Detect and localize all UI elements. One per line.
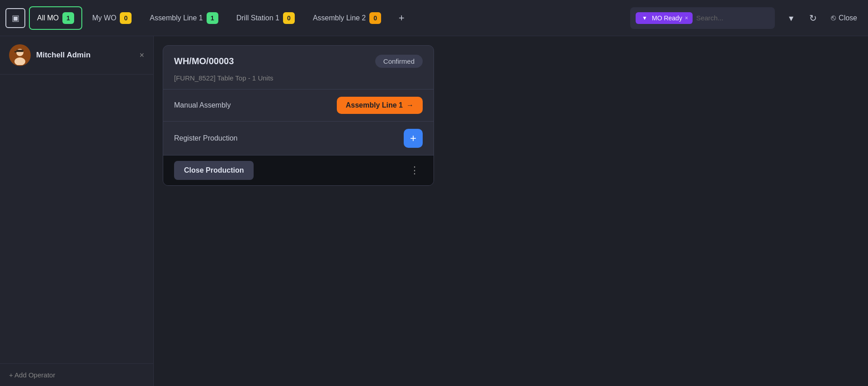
close-door-icon: ⎋ xyxy=(831,13,836,23)
register-row: Register Production + xyxy=(163,122,434,155)
svg-rect-4 xyxy=(14,51,17,52)
refresh-icon: ↻ xyxy=(809,13,817,24)
filter-tag[interactable]: ▼ MO Ready × xyxy=(636,12,693,24)
main-area: Mitchell Admin × + Add Operator WH/MO/00… xyxy=(0,36,868,386)
content-panel: WH/MO/00003 Confirmed [FURN_8522] Table … xyxy=(154,36,868,386)
tab-label-drill-station-1: Drill Station 1 xyxy=(236,14,279,22)
status-badge: Confirmed xyxy=(375,55,423,68)
tab-label-my-wo: My WO xyxy=(92,14,116,22)
tab-badge-assembly-line-1: 1 xyxy=(207,12,218,24)
top-bar-actions: ▾ ↻ ⎋ Close xyxy=(782,9,863,27)
tab-label-assembly-line-1: Assembly Line 1 xyxy=(150,14,203,22)
close-operator-button[interactable]: × xyxy=(139,51,144,60)
three-dots-button[interactable]: ⋮ xyxy=(406,162,423,179)
search-input[interactable] xyxy=(696,14,769,22)
tab-my-wo[interactable]: My WO0 xyxy=(84,6,140,30)
sidebar-toggle-button[interactable]: ▣ xyxy=(5,8,25,28)
sidebar-spacer xyxy=(0,75,153,363)
close-operator-icon: × xyxy=(139,51,144,60)
mo-card-header: WH/MO/00003 Confirmed xyxy=(163,46,434,73)
tab-assembly-line-1[interactable]: Assembly Line 11 xyxy=(142,6,226,30)
workcenter-button[interactable]: Assembly Line 1 → xyxy=(337,97,423,114)
workcenter-label: Assembly Line 1 xyxy=(346,101,403,109)
add-operator-label: + Add Operator xyxy=(9,371,55,379)
close-label: Close xyxy=(839,14,857,22)
workcenter-arrow-icon: → xyxy=(406,101,414,109)
filter-icon: ▼ xyxy=(640,14,649,22)
dropdown-button[interactable]: ▾ xyxy=(782,9,800,27)
mo-number: WH/MO/00003 xyxy=(174,56,234,66)
add-tab-icon: + xyxy=(399,12,405,24)
three-dots-icon: ⋮ xyxy=(410,165,420,176)
operation-row: Manual Assembly Assembly Line 1 → xyxy=(163,89,434,122)
operator-name: Mitchell Admin xyxy=(36,51,134,60)
search-area: ▼ MO Ready × xyxy=(630,7,775,29)
tab-assembly-line-2[interactable]: Assembly Line 20 xyxy=(305,6,389,30)
register-label: Register Production xyxy=(174,134,238,142)
operation-label: Manual Assembly xyxy=(174,101,231,109)
filter-label: MO Ready xyxy=(652,14,682,22)
tab-label-all-mo: All MO xyxy=(37,14,59,22)
add-tab-button[interactable]: + xyxy=(393,9,410,27)
mo-card: WH/MO/00003 Confirmed [FURN_8522] Table … xyxy=(163,45,434,186)
refresh-button[interactable]: ↻ xyxy=(804,9,822,27)
top-bar: ▣ All MO1My WO0Assembly Line 11Drill Sta… xyxy=(0,0,868,36)
tabs-container: All MO1My WO0Assembly Line 11Drill Stati… xyxy=(29,6,389,30)
close-production-button[interactable]: Close Production xyxy=(174,161,254,180)
plus-icon: + xyxy=(410,132,416,145)
tab-all-mo[interactable]: All MO1 xyxy=(29,6,82,30)
close-production-label: Close Production xyxy=(184,166,244,174)
tab-badge-all-mo: 1 xyxy=(62,12,74,24)
add-operator-button[interactable]: + Add Operator xyxy=(0,363,153,386)
avatar xyxy=(9,44,31,66)
operator-header: Mitchell Admin × xyxy=(0,36,153,75)
register-plus-button[interactable]: + xyxy=(404,129,423,148)
svg-rect-3 xyxy=(16,50,24,52)
mo-footer: Close Production ⋮ xyxy=(163,155,434,185)
tab-drill-station-1[interactable]: Drill Station 10 xyxy=(228,6,303,30)
filter-remove-icon[interactable]: × xyxy=(685,15,688,21)
tab-label-assembly-line-2: Assembly Line 2 xyxy=(313,14,366,22)
dropdown-icon: ▾ xyxy=(789,13,793,24)
mo-description: [FURN_8522] Table Top - 1 Units xyxy=(163,73,434,89)
sidebar: Mitchell Admin × + Add Operator xyxy=(0,36,154,386)
close-button[interactable]: ⎋ Close xyxy=(826,10,863,25)
tab-badge-drill-station-1: 0 xyxy=(283,12,295,24)
tab-badge-assembly-line-2: 0 xyxy=(369,12,381,24)
tab-badge-my-wo: 0 xyxy=(120,12,132,24)
sidebar-toggle-icon: ▣ xyxy=(12,13,19,23)
